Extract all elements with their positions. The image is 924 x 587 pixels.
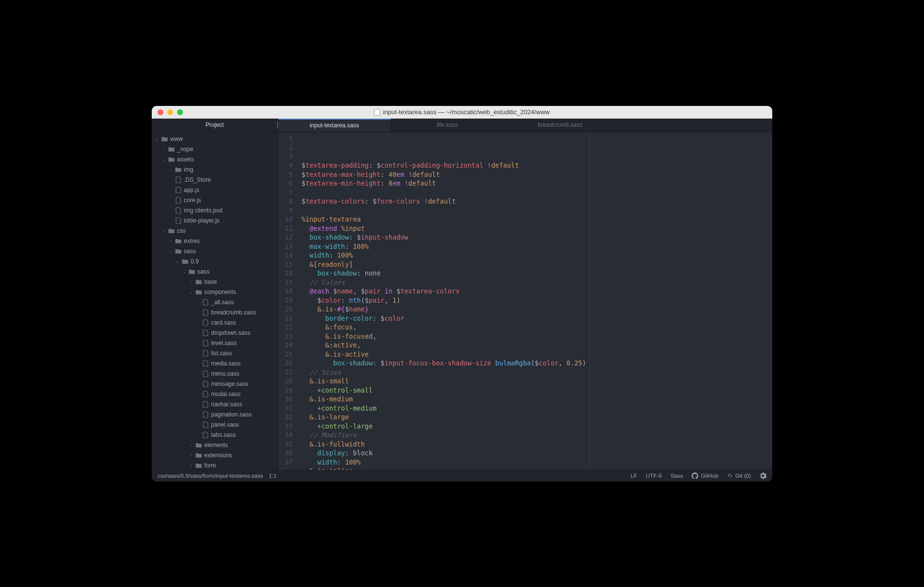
tree-file[interactable]: navbar.sass (152, 399, 278, 410)
code-line[interactable]: max-width: 100% (302, 242, 772, 251)
close-window-button[interactable] (158, 109, 163, 115)
tree-item-label: extres (184, 238, 200, 244)
code-line[interactable]: &.is-active (302, 350, 772, 359)
tree-folder[interactable]: ›elements (152, 440, 278, 450)
file-icon (175, 197, 182, 204)
status-path[interactable]: css/sass/0.9/sass/form/input-textarea.sa… (158, 473, 263, 479)
tree-file[interactable]: list.sass (152, 348, 278, 359)
status-encoding[interactable]: UTF-8 (646, 473, 662, 479)
editor[interactable]: 1234567891011121314151617181920212223242… (278, 132, 772, 470)
tree-file[interactable]: dropdown.sass (152, 328, 278, 338)
file-icon (202, 360, 209, 367)
file-icon (175, 217, 182, 224)
code-line[interactable]: %input-textarea (302, 215, 772, 224)
code-line[interactable]: &.is-medium (302, 395, 772, 404)
file-tree[interactable]: ⌄www›_nope⌄assets›img.DS_Storeapp.jscore… (152, 132, 278, 470)
code-line[interactable]: &.is-#{$name} (302, 305, 772, 314)
tree-file[interactable]: message.sass (152, 379, 278, 389)
code-line[interactable]: &[readonly] (302, 260, 772, 269)
tree-folder[interactable]: ›base (152, 277, 278, 287)
code-line[interactable]: @each $name, $pair in $textarea-colors (302, 287, 772, 296)
maximize-window-button[interactable] (177, 109, 183, 115)
code-line[interactable]: +control-small (302, 386, 772, 395)
code-line[interactable]: width: 100% (302, 458, 772, 467)
tree-folder[interactable]: ›img (152, 165, 278, 175)
status-language[interactable]: Sass (671, 473, 683, 479)
code-line[interactable]: $textarea-min-height: 8em !default (302, 179, 772, 188)
tree-item-label: sass (197, 268, 210, 275)
tree-file[interactable]: menu.sass (152, 369, 278, 379)
minimize-window-button[interactable] (167, 109, 173, 115)
code-line[interactable]: width: 100% (302, 251, 772, 260)
line-number: 10 (278, 215, 293, 224)
tree-file[interactable]: pagination.sass (152, 410, 278, 420)
tree-file[interactable]: tabs.sass (152, 430, 278, 440)
code-line[interactable]: box-shadow: none (302, 269, 772, 278)
code-line[interactable]: &.is-large (302, 413, 772, 422)
code-line[interactable]: &.is-focused, (302, 332, 772, 341)
editor-tab[interactable]: breadcrumb.sass (504, 119, 617, 132)
status-git[interactable]: Git (0) (727, 473, 751, 479)
code-line[interactable]: border-color: $color (302, 314, 772, 323)
code-line[interactable]: $color: nth($pair, 1) (302, 296, 772, 305)
tree-folder[interactable]: ⌄sass (152, 246, 278, 257)
tree-file[interactable]: lottie-player.js (152, 216, 278, 226)
tree-folder[interactable]: ⌄components (152, 287, 278, 297)
file-icon (202, 340, 209, 346)
code-line[interactable]: // Colors (302, 278, 772, 287)
code-content[interactable]: $textarea-padding: $control-padding-hori… (298, 132, 772, 470)
code-line[interactable] (302, 206, 772, 215)
code-line[interactable]: &:active, (302, 341, 772, 350)
chevron-icon: › (189, 279, 194, 284)
code-line[interactable]: &.is-inline (302, 466, 772, 470)
chevron-icon: ⌄ (161, 228, 166, 233)
sidebar-tab-project[interactable]: Project (152, 119, 278, 132)
code-line[interactable]: box-shadow: $input-focus-box-shadow-size… (302, 359, 772, 368)
code-line[interactable]: &:focus, (302, 323, 772, 332)
tree-folder[interactable]: ⌄0.9 (152, 257, 278, 267)
tree-file[interactable]: panel.sass (152, 420, 278, 430)
status-github[interactable]: GitHub (692, 472, 718, 479)
tree-folder[interactable]: ⌄assets (152, 155, 278, 165)
code-line[interactable]: $textarea-padding: $control-padding-hori… (302, 161, 772, 170)
tree-file[interactable]: media.sass (152, 359, 278, 369)
line-number: 22 (278, 323, 293, 332)
code-line[interactable] (302, 188, 772, 197)
code-line[interactable]: $textarea-max-height: 40em !default (302, 170, 772, 179)
tree-file[interactable]: modal.sass (152, 389, 278, 399)
code-line[interactable]: +control-medium (302, 404, 772, 413)
tree-item-label: elements (204, 442, 228, 449)
line-number: 21 (278, 314, 293, 323)
code-line[interactable]: // Sizes (302, 368, 772, 377)
code-line[interactable]: &.is-fullwidth (302, 440, 772, 449)
code-line[interactable]: box-shadow: $input-shadow (302, 233, 772, 242)
tree-folder[interactable]: ›extres (152, 236, 278, 246)
tree-folder[interactable]: ›extensions (152, 450, 278, 461)
editor-tab[interactable]: input-textarea.sass (278, 119, 391, 132)
tree-file[interactable]: .DS_Store (152, 175, 278, 185)
settings-button[interactable] (760, 472, 766, 479)
code-line[interactable]: &.is-small (302, 377, 772, 386)
folder-icon (195, 462, 202, 469)
titlebar[interactable]: input-textarea.sass — ~/moscatic/web_est… (152, 106, 772, 119)
tree-file[interactable]: core.js (152, 195, 278, 206)
tree-file[interactable]: level.sass (152, 338, 278, 348)
tree-folder[interactable]: ⌄www (152, 134, 278, 144)
tree-folder[interactable]: ›_nope (152, 144, 278, 155)
status-cursor[interactable]: 1:1 (269, 473, 277, 479)
code-line[interactable]: +control-large (302, 422, 772, 431)
tree-file[interactable]: card.sass (152, 318, 278, 328)
code-line[interactable]: // Modifiers (302, 431, 772, 440)
tree-file[interactable]: _all.sass (152, 297, 278, 308)
tree-folder[interactable]: ›form (152, 461, 278, 470)
tree-folder[interactable]: ⌄css (152, 226, 278, 236)
tree-file[interactable]: breadcrumb.sass (152, 308, 278, 318)
code-line[interactable]: $textarea-colors: $form-colors !default (302, 197, 772, 206)
tree-folder[interactable]: ⌄sass (152, 267, 278, 277)
tree-file[interactable]: app.js (152, 185, 278, 195)
tree-file[interactable]: img clients.psd (152, 206, 278, 216)
status-eol[interactable]: LF (631, 473, 637, 479)
code-line[interactable]: @extend %input (302, 224, 772, 233)
editor-tab[interactable]: file.sass (391, 119, 504, 132)
code-line[interactable]: display: block (302, 449, 772, 458)
